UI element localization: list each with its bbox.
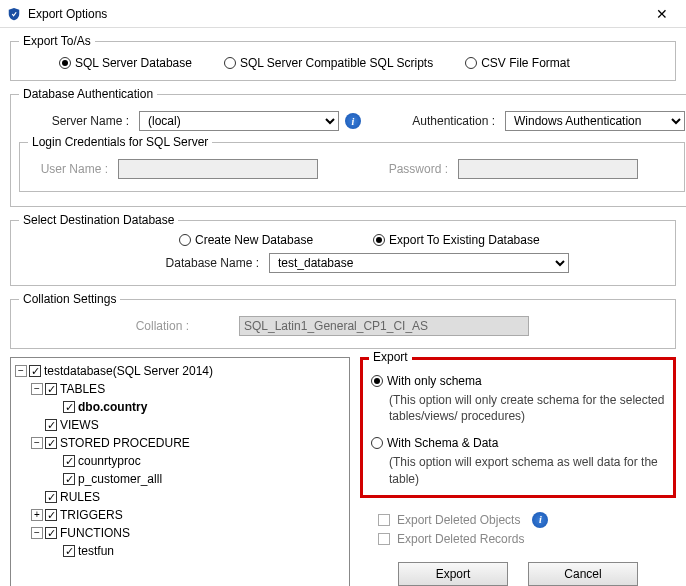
collapse-icon[interactable]: − — [31, 437, 43, 449]
app-shield-icon — [6, 6, 22, 22]
tree-node-p-customer-alll[interactable]: p_customer_alll — [78, 472, 162, 486]
tree-checkbox[interactable] — [45, 527, 57, 539]
radio-create-new-database[interactable]: Create New Database — [179, 233, 313, 247]
user-name-label: User Name : — [28, 162, 118, 176]
tree-checkbox[interactable] — [45, 419, 57, 431]
export-to-as-legend: Export To/As — [19, 34, 95, 48]
db-auth-legend: Database Authentication — [19, 87, 157, 101]
password-input — [458, 159, 638, 179]
login-legend: Login Credentials for SQL Server — [28, 135, 212, 149]
tree-node-counrtyproc[interactable]: counrtyproc — [78, 454, 141, 468]
tree-checkbox[interactable] — [45, 437, 57, 449]
radio-dot-icon — [373, 234, 385, 246]
radio-dot-icon — [371, 437, 383, 449]
database-tree-panel[interactable]: − testdatabase(SQL Server 2014) − TABLES… — [10, 357, 350, 586]
collation-label: Collation : — [119, 319, 199, 333]
deleted-options: Export Deleted Objects i Export Deleted … — [360, 504, 676, 550]
radio-label: SQL Server Database — [75, 56, 192, 70]
tree-node-testfun[interactable]: testfun — [78, 544, 114, 558]
radio-dot-icon — [465, 57, 477, 69]
export-options-box: Export With only schema (This option wil… — [360, 357, 676, 498]
select-destination-group: Select Destination Database Create New D… — [10, 213, 676, 286]
radio-with-schema-and-data[interactable]: With Schema & Data — [371, 436, 665, 450]
tree-node-triggers[interactable]: TRIGGERS — [60, 508, 123, 522]
checkbox-icon — [378, 533, 390, 545]
checkbox-export-deleted-objects: Export Deleted Objects i — [378, 512, 676, 528]
tree-checkbox[interactable] — [63, 545, 75, 557]
schema-data-description: (This option will export schema as well … — [371, 454, 665, 486]
radio-dot-icon — [179, 234, 191, 246]
destination-legend: Select Destination Database — [19, 213, 178, 227]
checkbox-label: Export Deleted Records — [397, 532, 524, 546]
radio-label: CSV File Format — [481, 56, 570, 70]
tree-node-rules[interactable]: RULES — [60, 490, 100, 504]
collation-legend: Collation Settings — [19, 292, 120, 306]
database-authentication-group: Database Authentication Server Name : (l… — [10, 87, 686, 207]
window-title: Export Options — [28, 7, 644, 21]
radio-dot-icon — [224, 57, 236, 69]
radio-dot-icon — [59, 57, 71, 69]
info-icon[interactable]: i — [532, 512, 548, 528]
radio-with-only-schema[interactable]: With only schema — [371, 374, 665, 388]
tree-checkbox[interactable] — [45, 509, 57, 521]
expand-icon[interactable]: + — [31, 509, 43, 521]
export-legend: Export — [369, 350, 412, 364]
collation-settings-group: Collation Settings Collation : SQL_Latin… — [10, 292, 676, 349]
server-name-select[interactable]: (local) — [139, 111, 339, 131]
collapse-icon[interactable]: − — [15, 365, 27, 377]
close-button[interactable]: ✕ — [644, 6, 680, 22]
title-bar: Export Options ✕ — [0, 0, 686, 28]
database-name-label: Database Name : — [149, 256, 269, 270]
export-button[interactable]: Export — [398, 562, 508, 586]
login-credentials-group: Login Credentials for SQL Server User Na… — [19, 135, 685, 192]
server-name-label: Server Name : — [19, 114, 139, 128]
tree-node-stored-procedure[interactable]: STORED PROCEDURE — [60, 436, 190, 450]
collation-value: SQL_Latin1_General_CP1_CI_AS — [244, 319, 428, 333]
tree-checkbox[interactable] — [45, 383, 57, 395]
cancel-button[interactable]: Cancel — [528, 562, 638, 586]
tree-checkbox[interactable] — [63, 401, 75, 413]
radio-csv-format[interactable]: CSV File Format — [465, 56, 570, 70]
radio-label: Export To Existing Database — [389, 233, 540, 247]
tree-checkbox[interactable] — [63, 455, 75, 467]
database-name-select[interactable]: test_database — [269, 253, 569, 273]
collapse-icon[interactable]: − — [31, 527, 43, 539]
radio-sql-server-database[interactable]: SQL Server Database — [59, 56, 192, 70]
info-icon[interactable]: i — [345, 113, 361, 129]
radio-label: With only schema — [387, 374, 482, 388]
password-label: Password : — [378, 162, 458, 176]
checkbox-icon — [378, 514, 390, 526]
user-name-input — [118, 159, 318, 179]
tree-node-database[interactable]: testdatabase(SQL Server 2014) — [44, 364, 213, 378]
checkbox-export-deleted-records: Export Deleted Records — [378, 532, 676, 546]
tree-node-views[interactable]: VIEWS — [60, 418, 99, 432]
button-label: Cancel — [564, 567, 601, 581]
radio-dot-icon — [371, 375, 383, 387]
checkbox-label: Export Deleted Objects — [397, 513, 520, 527]
radio-label: Create New Database — [195, 233, 313, 247]
export-to-as-group: Export To/As SQL Server Database SQL Ser… — [10, 34, 676, 81]
tree-node-tables[interactable]: TABLES — [60, 382, 105, 396]
radio-sql-scripts[interactable]: SQL Server Compatible SQL Scripts — [224, 56, 433, 70]
radio-label: With Schema & Data — [387, 436, 498, 450]
authentication-select[interactable]: Windows Authentication — [505, 111, 685, 131]
collapse-icon[interactable]: − — [31, 383, 43, 395]
tree-node-dbo-country[interactable]: dbo.country — [78, 400, 147, 414]
tree-node-functions[interactable]: FUNCTIONS — [60, 526, 130, 540]
only-schema-description: (This option will only create schema for… — [371, 392, 665, 424]
radio-label: SQL Server Compatible SQL Scripts — [240, 56, 433, 70]
tree-checkbox[interactable] — [29, 365, 41, 377]
tree-checkbox[interactable] — [63, 473, 75, 485]
radio-export-existing-database[interactable]: Export To Existing Database — [373, 233, 540, 247]
collation-select: SQL_Latin1_General_CP1_CI_AS — [239, 316, 529, 336]
authentication-label: Authentication : — [395, 114, 505, 128]
tree-checkbox[interactable] — [45, 491, 57, 503]
button-label: Export — [436, 567, 471, 581]
